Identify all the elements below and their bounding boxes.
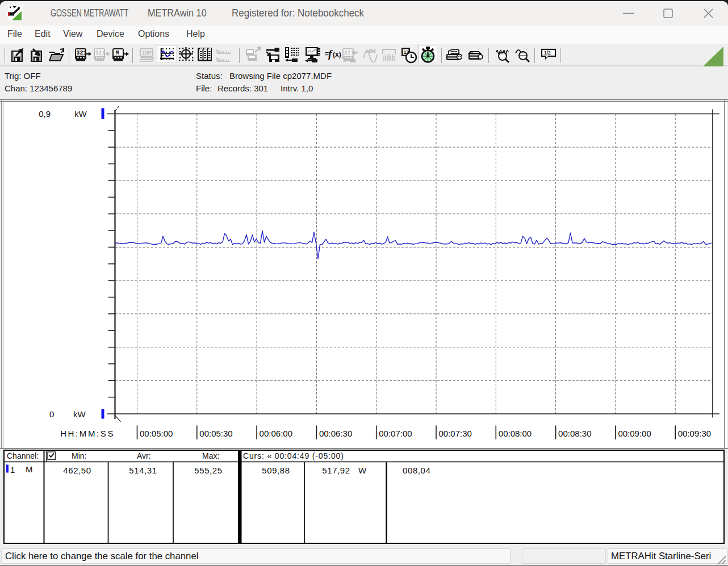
svg-text:Curs: « 00:04:49 (-05:00): Curs: « 00:04:49 (-05:00) xyxy=(243,451,344,460)
svg-text:Min:: Min: xyxy=(72,451,86,460)
svg-text:517,92: 517,92 xyxy=(322,466,350,475)
svg-text:1: 1 xyxy=(10,465,15,475)
svg-text:Channel:: Channel: xyxy=(7,451,39,460)
svg-text:008,04: 008,04 xyxy=(403,466,430,475)
svg-text:555,25: 555,25 xyxy=(194,466,222,475)
svg-text:462,50: 462,50 xyxy=(63,466,91,475)
svg-text:Max:: Max: xyxy=(202,451,219,460)
svg-text:514,31: 514,31 xyxy=(129,466,157,475)
svg-text:M: M xyxy=(26,464,33,474)
svg-text:Avr:: Avr: xyxy=(137,451,151,460)
svg-text:W: W xyxy=(358,466,367,475)
svg-text:509,88: 509,88 xyxy=(262,466,290,475)
